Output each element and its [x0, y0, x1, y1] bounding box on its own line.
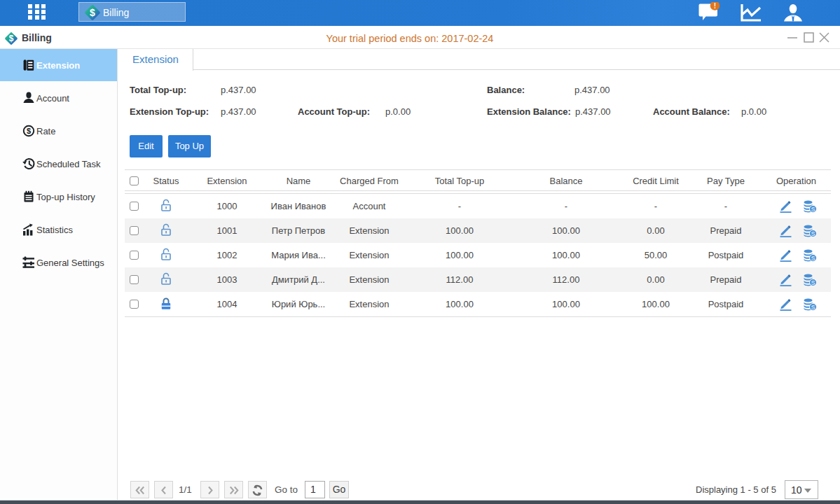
svg-text:S: S [811, 304, 815, 311]
svg-text:$: $ [90, 7, 95, 18]
svg-text:$: $ [27, 127, 31, 135]
svg-text:S: S [811, 255, 815, 262]
svg-text:S: S [811, 206, 815, 213]
svg-text:!: ! [714, 2, 716, 10]
svg-text:S: S [811, 230, 815, 237]
svg-text:S: S [811, 279, 815, 286]
